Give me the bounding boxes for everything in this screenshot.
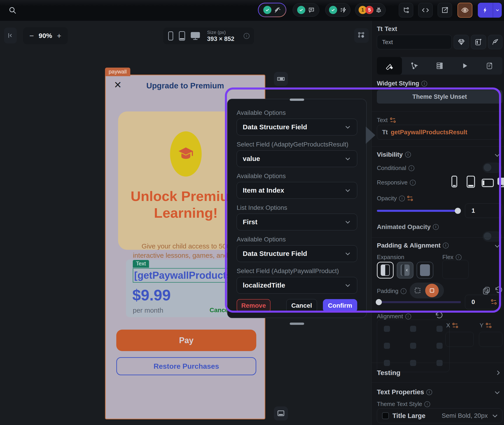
animated-opacity-toggle[interactable] [483, 232, 502, 241]
device-size-control: Size (px) 393 × 852 i [163, 27, 254, 44]
align-dot[interactable] [384, 343, 390, 349]
available-options-select[interactable]: Data Structure Field [237, 119, 357, 135]
field-label: List Index Options [237, 204, 357, 211]
app-bar-widget-icon[interactable] [274, 72, 288, 86]
align-dot[interactable] [384, 326, 390, 332]
set-from-variable-icon[interactable] [491, 299, 498, 305]
comments-status-button[interactable] [293, 3, 319, 17]
phone-device-icon[interactable] [168, 31, 174, 41]
confirm-button[interactable]: Confirm [323, 299, 357, 312]
chevron-down-icon [491, 412, 498, 419]
save-component-button[interactable] [471, 35, 486, 49]
testing-header[interactable]: Testing [377, 369, 400, 377]
visibility-header[interactable]: Visibilityi [377, 151, 411, 158]
opacity-slider-thumb[interactable] [455, 208, 461, 214]
chevron-right-icon[interactable] [495, 369, 502, 376]
padding-alignment-header[interactable]: Padding & Alignmenti [377, 242, 449, 249]
select-field-select[interactable]: value [237, 150, 357, 167]
zoom-out-button[interactable]: − [29, 31, 34, 40]
theme-text-style-dropdown[interactable]: Title Large Semi Bold, 20px [377, 408, 502, 423]
opacity-value-input[interactable]: 1 [465, 203, 502, 218]
align-dot[interactable] [436, 343, 443, 349]
alignment-x-input[interactable] [446, 332, 474, 347]
desktop-device-icon[interactable] [190, 32, 200, 40]
expansion-none-button[interactable] [377, 262, 394, 279]
run-split-button[interactable] [478, 3, 502, 18]
available-options-select[interactable]: Item at Index [237, 182, 357, 199]
tab-data[interactable] [427, 57, 452, 75]
expansion-expanded-button[interactable] [417, 262, 433, 279]
align-dot[interactable] [410, 326, 416, 332]
theme-widget-button[interactable] [454, 35, 469, 49]
tab-actions[interactable] [452, 57, 477, 75]
align-dot[interactable] [436, 326, 443, 332]
pay-button[interactable]: Pay [116, 330, 256, 351]
set-from-variable-icon[interactable] [390, 117, 397, 123]
align-dot[interactable] [384, 360, 390, 366]
widget-tree-button[interactable] [399, 3, 413, 17]
tablet-device-icon[interactable] [179, 31, 185, 41]
code-view-button[interactable] [418, 3, 433, 17]
available-options-select[interactable]: Data Structure Field [237, 245, 357, 262]
padding-all-segment[interactable] [425, 284, 439, 297]
conditional-toggle[interactable] [483, 163, 502, 173]
align-dot[interactable] [410, 360, 416, 366]
info-icon: i [408, 165, 414, 171]
code-check-status-button[interactable] [258, 3, 286, 17]
ai-assist-button[interactable] [488, 35, 502, 49]
page-tag[interactable]: paywall [105, 68, 130, 76]
preview-eye-button[interactable] [458, 3, 472, 18]
chevron-down-icon[interactable] [494, 242, 501, 250]
padding-slider-thumb[interactable] [376, 299, 382, 305]
issues-status-button[interactable]: 1 5 [355, 3, 386, 17]
align-dot[interactable] [410, 343, 416, 349]
alignment-y-input[interactable] [479, 332, 502, 347]
search-icon[interactable] [9, 6, 17, 14]
actions-status-button[interactable] [325, 3, 350, 17]
drag-handle[interactable] [290, 323, 304, 325]
responsive-desktop-icon[interactable] [497, 177, 504, 188]
open-external-button[interactable] [438, 3, 452, 17]
responsive-phone-icon[interactable] [451, 175, 458, 188]
flex-input[interactable] [442, 260, 469, 279]
tab-interactions[interactable] [402, 57, 427, 75]
list-index-select[interactable]: First [237, 214, 357, 230]
theme-style-unset-button[interactable]: Theme Style Unset [377, 90, 502, 104]
text-properties-header[interactable]: Text Propertiesi [377, 388, 432, 396]
set-from-variable-icon[interactable] [407, 196, 414, 201]
text-value-field[interactable]: Tt getPaywallProductsResult [377, 125, 502, 140]
tab-properties[interactable] [377, 57, 402, 75]
set-from-variable-icon[interactable] [486, 323, 492, 328]
responsive-tablet-icon[interactable] [466, 175, 476, 188]
chevron-down-icon[interactable] [494, 389, 501, 396]
align-dot[interactable] [436, 360, 443, 366]
restore-purchases-button[interactable]: Restore Purchases [116, 357, 256, 375]
widget-name-input[interactable]: Text [377, 35, 452, 49]
zoom-in-button[interactable]: + [57, 31, 61, 40]
reset-icon[interactable] [494, 286, 503, 294]
cancel-button[interactable]: Cancel [286, 299, 317, 312]
price-period: per month [133, 306, 163, 314]
chevron-down-icon[interactable] [494, 152, 501, 159]
size-value[interactable]: 393 × 852 [207, 35, 234, 42]
reset-icon[interactable] [434, 311, 443, 320]
padding-value-input[interactable]: 0 [465, 295, 502, 309]
text-widget-icon: Tt [382, 129, 388, 136]
padding-slider[interactable] [377, 301, 461, 303]
set-from-variable-icon[interactable] [452, 323, 459, 328]
remove-button[interactable]: Remove [237, 299, 271, 312]
alignment-grid[interactable] [377, 320, 450, 372]
tab-tests[interactable] [477, 57, 502, 75]
canvas-settings-button[interactable] [354, 28, 369, 43]
expansion-flexible-button[interactable] [397, 262, 414, 279]
bottom-bar-widget-icon[interactable] [274, 406, 288, 420]
opacity-slider[interactable] [377, 210, 461, 212]
select-field-select[interactable]: localizedTitle [237, 277, 357, 294]
responsive-tablet-landscape-icon[interactable] [481, 178, 494, 188]
drag-handle[interactable] [290, 99, 304, 101]
chevron-down-icon[interactable] [493, 3, 502, 18]
lightning-bolt-icon[interactable] [478, 3, 493, 18]
padding-individual-segment[interactable] [411, 284, 424, 297]
copy-icon[interactable] [482, 286, 491, 295]
collapse-left-panel-button[interactable] [4, 27, 17, 43]
